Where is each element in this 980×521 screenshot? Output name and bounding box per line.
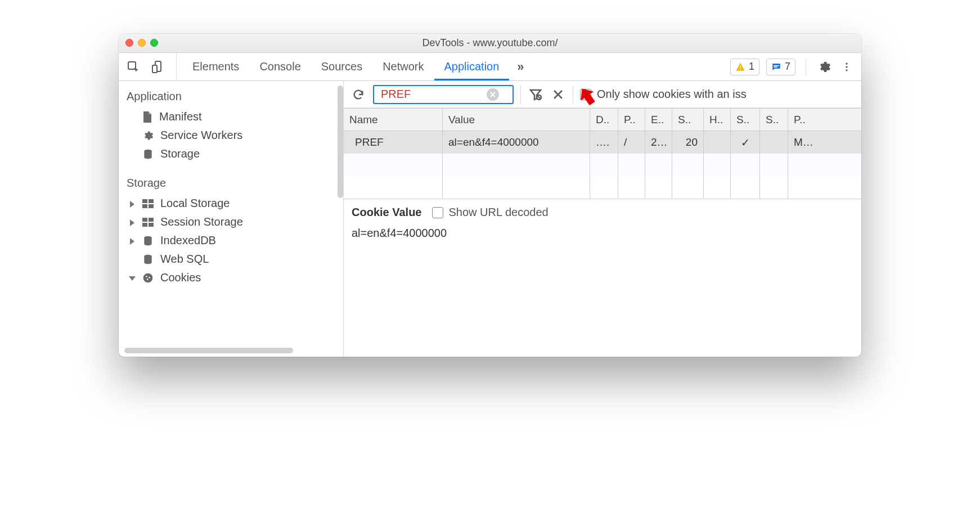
warnings-count: 1 xyxy=(749,61,754,73)
th-name[interactable]: Name xyxy=(344,109,443,131)
th-samesite[interactable]: S.. xyxy=(760,109,788,131)
td-domain: …. xyxy=(590,131,618,154)
table-header-row: Name Value D.. P.. E.. S.. H.. S.. S.. P… xyxy=(344,109,861,131)
file-icon xyxy=(142,111,152,123)
svg-point-7 xyxy=(846,62,847,64)
sidebar-item-session-storage[interactable]: Session Storage xyxy=(119,213,343,231)
sidebar-item-cookies[interactable]: Cookies xyxy=(119,268,343,287)
sidebar-item-label: Service Workers xyxy=(160,129,242,142)
sidebar-item-label: Local Storage xyxy=(160,197,230,210)
window-controls xyxy=(125,39,158,47)
sidebar-item-label: Storage xyxy=(160,147,200,160)
sidebar-item-label: Cookies xyxy=(160,271,201,284)
sidebar-item-storage[interactable]: Storage xyxy=(119,145,343,163)
svg-point-21 xyxy=(143,273,153,282)
th-secure[interactable]: S.. xyxy=(731,109,760,131)
sidebar-item-indexeddb[interactable]: IndexedDB xyxy=(119,231,343,250)
svg-rect-12 xyxy=(149,199,154,203)
sidebar-item-local-storage[interactable]: Local Storage xyxy=(119,194,343,213)
delete-icon[interactable] xyxy=(550,87,566,102)
expand-icon[interactable] xyxy=(130,238,134,245)
reload-icon[interactable] xyxy=(350,87,366,102)
warnings-badge[interactable]: 1 xyxy=(730,59,759,75)
table-row-empty xyxy=(344,176,861,199)
svg-rect-11 xyxy=(142,199,147,203)
tab-elements[interactable]: Elements xyxy=(182,53,249,80)
decode-checkbox-wrapper[interactable]: Show URL decoded xyxy=(432,206,549,219)
cookies-table: Name Value D.. P.. E.. S.. H.. S.. S.. P… xyxy=(344,108,861,199)
svg-rect-4 xyxy=(740,69,741,70)
td-httponly xyxy=(704,131,731,154)
td-expires: 2… xyxy=(645,131,672,154)
minimize-window-button[interactable] xyxy=(138,39,146,47)
sidebar-item-manifest[interactable]: Manifest xyxy=(119,107,343,126)
th-path[interactable]: P.. xyxy=(618,109,645,131)
tab-console[interactable]: Console xyxy=(249,53,311,80)
filter-input-wrapper xyxy=(373,85,514,104)
devtools-window: { "window": { "title": "DevTools - www.y… xyxy=(119,34,861,357)
sidebar-hscrollbar[interactable] xyxy=(124,348,293,353)
expand-icon[interactable] xyxy=(130,219,134,226)
filter-input[interactable] xyxy=(380,87,487,101)
panel-tabs: Elements Console Sources Network Applica… xyxy=(182,53,532,80)
sidebar-heading-storage: Storage xyxy=(119,173,343,194)
cookie-value-title: Cookie Value xyxy=(352,206,422,219)
grid-icon xyxy=(142,218,154,227)
collapse-icon[interactable] xyxy=(129,276,136,281)
settings-icon[interactable] xyxy=(816,59,832,75)
th-priority[interactable]: P.. xyxy=(788,109,822,131)
decode-checkbox[interactable] xyxy=(432,207,443,218)
clear-filter-icon[interactable] xyxy=(487,88,499,101)
sidebar-item-web-sql[interactable]: Web SQL xyxy=(119,250,343,268)
cookie-value-text[interactable]: al=en&f4=4000000 xyxy=(352,227,853,240)
only-issue-checkbox[interactable] xyxy=(580,89,591,100)
tab-sources[interactable]: Sources xyxy=(311,53,372,80)
th-expires[interactable]: E.. xyxy=(645,109,672,131)
cookie-toolbar: Only show cookies with an iss xyxy=(344,81,861,108)
expand-icon[interactable] xyxy=(130,201,134,208)
svg-point-24 xyxy=(147,279,149,280)
tab-network[interactable]: Network xyxy=(372,53,434,80)
table-row-empty xyxy=(344,154,861,176)
th-size[interactable]: S.. xyxy=(672,109,704,131)
tabs-overflow-button[interactable]: » xyxy=(509,60,532,74)
sidebar-item-label: Web SQL xyxy=(160,253,209,266)
svg-point-22 xyxy=(146,276,147,277)
inspect-element-icon[interactable] xyxy=(125,59,141,75)
cookie-preview-pane: Cookie Value Show URL decoded al=en&f4=4… xyxy=(344,199,861,357)
only-issue-checkbox-wrapper[interactable]: Only show cookies with an iss xyxy=(580,88,747,101)
device-toggle-icon[interactable] xyxy=(150,59,166,75)
svg-point-23 xyxy=(149,276,150,278)
svg-rect-17 xyxy=(142,223,147,227)
sidebar-item-service-workers[interactable]: Service Workers xyxy=(119,126,343,145)
td-samesite xyxy=(760,131,788,154)
titlebar: DevTools - www.youtube.com/ xyxy=(119,34,861,53)
th-domain[interactable]: D.. xyxy=(590,109,618,131)
th-httponly[interactable]: H.. xyxy=(704,109,731,131)
warning-icon xyxy=(735,62,745,72)
cookie-icon xyxy=(142,272,154,284)
sidebar-item-label: Session Storage xyxy=(160,215,243,228)
filter-icon[interactable] xyxy=(528,87,543,102)
td-name: PREF xyxy=(344,131,443,154)
table-row[interactable]: PREF al=en&f4=4000000 …. / 2… 20 ✓ M… xyxy=(344,131,861,154)
td-priority: M… xyxy=(788,131,822,154)
sidebar-item-label: IndexedDB xyxy=(160,234,216,247)
td-secure: ✓ xyxy=(731,131,760,154)
messages-count: 7 xyxy=(785,61,790,73)
tab-application[interactable]: Application xyxy=(434,53,510,80)
td-size: 20 xyxy=(672,131,704,154)
close-window-button[interactable] xyxy=(125,39,133,47)
messages-badge[interactable]: 7 xyxy=(766,59,795,75)
content-area: Only show cookies with an iss Name Value… xyxy=(344,81,861,357)
vertical-divider xyxy=(573,86,573,103)
kebab-menu-icon[interactable] xyxy=(839,59,855,75)
svg-rect-3 xyxy=(740,65,741,68)
main-toolbar: Elements Console Sources Network Applica… xyxy=(119,53,861,81)
panel-body: Application Manifest Service Workers Sto… xyxy=(119,81,861,357)
only-issue-label: Only show cookies with an iss xyxy=(597,88,747,101)
zoom-window-button[interactable] xyxy=(150,39,158,47)
th-value[interactable]: Value xyxy=(443,109,590,131)
td-value: al=en&f4=4000000 xyxy=(443,131,590,154)
svg-rect-15 xyxy=(142,218,147,222)
